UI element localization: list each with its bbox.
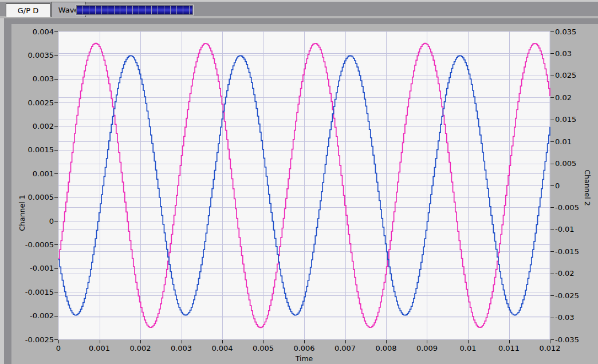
y-left-tick-label: 0.0025 [28, 98, 54, 107]
progress-segment [164, 6, 170, 14]
x-tick-label: 0.007 [335, 344, 356, 353]
y-left-tick-label: -0.001 [30, 264, 54, 272]
y-left-tick-label: 0.002 [33, 122, 54, 130]
y-right-tick-label: -0.02 [555, 269, 575, 278]
y-left-tick-label: 0.004 [33, 27, 54, 36]
progress-segment [190, 6, 192, 14]
x-tick-label: 0 [56, 344, 61, 353]
y-right-tick-label: -0.015 [555, 247, 579, 256]
y-right-tick-label: 0.035 [555, 27, 576, 36]
x-tick-label: 0.011 [498, 344, 520, 353]
progress-segment [96, 6, 101, 14]
y-right-tick-label: -0.025 [555, 291, 579, 300]
y-right-tick-label: 0.02 [555, 93, 572, 102]
y-right-tick-label: 0.005 [555, 159, 576, 168]
y-right-tick-label: -0.03 [555, 313, 575, 322]
y-left-tick-label: 0.0005 [28, 193, 54, 201]
progress-segment [127, 6, 132, 14]
progress-bar [76, 5, 193, 15]
y-left-tick-label: 0.003 [33, 74, 54, 83]
progress-segment [171, 6, 176, 14]
y-left-tick-label: 0 [49, 217, 54, 225]
y-right-tick-label: 0.03 [555, 49, 572, 58]
progress-segment [89, 6, 95, 14]
labview-front-panel: 00.0010.0020.0030.0040.0050.0060.0070.00… [0, 0, 598, 364]
progress-segment [108, 6, 114, 14]
y-left-tick-label: 0.0015 [28, 145, 54, 154]
y-left-tick-label: 0.001 [33, 169, 54, 178]
progress-segment [183, 6, 189, 14]
y-right-tick-label: 0.015 [555, 115, 576, 124]
progress-segment [152, 6, 158, 14]
progress-segment [139, 6, 145, 14]
y-right-tick-label: -0.035 [555, 335, 579, 344]
x-tick-label: 0.012 [539, 344, 560, 353]
x-tick-label: 0.01 [460, 344, 477, 353]
progress-segment [133, 6, 139, 14]
progress-segment [77, 6, 82, 14]
x-tick-label: 0.008 [375, 344, 396, 353]
x-axis-title: Time [295, 354, 313, 363]
x-tick-label: 0.002 [129, 344, 151, 353]
y-right-axis-title: Channel 2 [583, 169, 592, 205]
progress-segment [158, 6, 164, 14]
waveform-graph: 00.0010.0020.0030.0040.0050.0060.0070.00… [0, 0, 598, 364]
y-right-tick-label: 0.01 [555, 137, 572, 146]
tab-gpd[interactable]: G/P D [6, 3, 50, 17]
y-right-tick-label: 0 [555, 181, 560, 190]
y-left-axis-title: Channel 1 [18, 195, 26, 231]
y-right-tick-label: 0.025 [555, 71, 576, 80]
x-tick-label: 0.004 [211, 344, 233, 353]
progress-segment [177, 6, 183, 14]
progress-segment [102, 6, 108, 14]
y-left-tick-label: 0.0035 [28, 51, 54, 60]
y-left-tick-label: -0.0025 [25, 335, 54, 344]
y-left-tick-label: -0.002 [30, 311, 54, 320]
y-left-tick-label: -0.0015 [25, 288, 54, 296]
progress-segment [120, 6, 126, 14]
x-tick-label: 0.003 [171, 344, 192, 353]
y-left-tick-label: -0.0005 [25, 240, 54, 249]
x-tick-label: 0.001 [89, 344, 110, 353]
x-tick-label: 0.005 [253, 344, 274, 353]
progress-segment [115, 6, 120, 14]
x-tick-label: 0.006 [293, 344, 314, 353]
y-right-tick-label: -0.01 [555, 225, 575, 234]
y-right-tick-label: -0.005 [555, 203, 579, 212]
x-tick-label: 0.009 [416, 344, 438, 353]
progress-segment [83, 6, 89, 14]
progress-segment [145, 6, 151, 14]
